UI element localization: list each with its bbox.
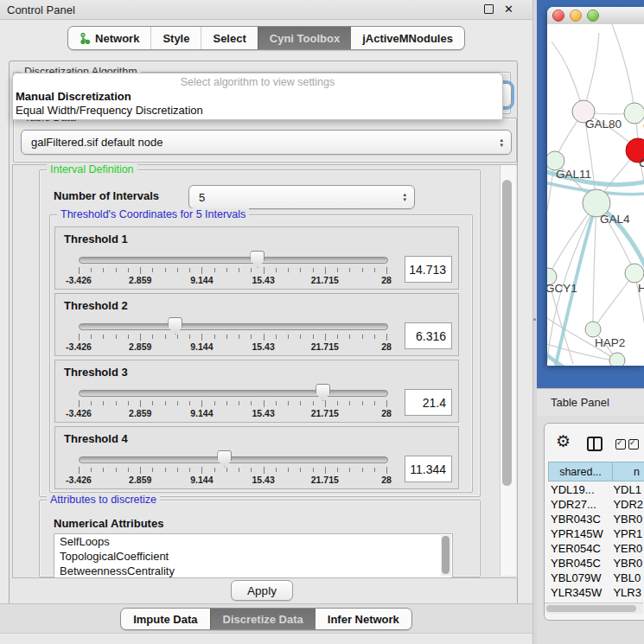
settings-scrollbar-thumb[interactable] <box>502 180 512 486</box>
column-header-shared-name[interactable]: shared... <box>548 462 613 481</box>
network-node[interactable] <box>585 322 601 337</box>
tick-mark <box>91 468 92 472</box>
zoom-traffic-light-icon[interactable] <box>587 10 599 22</box>
cell-name: YLR3 <box>609 586 644 599</box>
table-hscrollbar[interactable] <box>545 603 643 614</box>
slider-thumb[interactable] <box>316 384 330 401</box>
cell-name: YER0 <box>609 542 644 555</box>
tick-mark <box>276 468 277 472</box>
tick-mark <box>177 468 178 472</box>
tab-discretize-data[interactable]: Discretize Data <box>210 609 316 629</box>
thresholds-group-label: Threshold's Coordinates for 5 Intervals <box>57 208 249 220</box>
float-window-icon[interactable] <box>484 4 494 14</box>
table-row[interactable]: YPR145WYPR1 <box>548 526 644 541</box>
tick-mark <box>386 467 387 474</box>
column-header-name[interactable]: n <box>613 462 644 481</box>
tab-infer-network[interactable]: Infer Network <box>316 609 411 629</box>
tick-mark <box>239 468 239 472</box>
tick-mark <box>116 401 117 405</box>
slider-track[interactable] <box>79 390 388 397</box>
tick-mark <box>79 400 80 407</box>
network-node-label: HAP2 <box>595 336 625 349</box>
table-row[interactable]: YER054CYER0 <box>548 541 644 556</box>
splitter-handle[interactable] <box>533 318 536 321</box>
table-row[interactable]: YBR043CYBR0 <box>548 512 644 526</box>
network-node-label: H <box>638 282 644 295</box>
tab-style[interactable]: Style <box>150 27 201 49</box>
tick-label: 21.715 <box>311 275 339 285</box>
tick-mark <box>165 268 166 272</box>
tick-mark <box>264 267 265 274</box>
slider-tick-row <box>79 400 386 408</box>
network-window[interactable]: GAL80GACGAL11GAL4GCY1HHAP2 <box>547 7 644 366</box>
threshold-value-input[interactable]: 6.316 <box>405 322 452 349</box>
tab-select[interactable]: Select <box>201 27 257 49</box>
network-edge[interactable] <box>583 33 599 112</box>
network-node[interactable] <box>609 353 625 366</box>
attribute-list-item[interactable]: BetweennessCentrality <box>54 564 452 578</box>
slider-track[interactable] <box>79 456 388 463</box>
slider-thumb[interactable] <box>168 317 182 335</box>
network-edge[interactable] <box>612 24 634 113</box>
columns-icon[interactable] <box>587 437 603 451</box>
numerical-attributes-list[interactable]: SelfLoopsTopologicalCoefficientBetweenne… <box>54 533 453 578</box>
threshold-value-input[interactable]: 14.713 <box>405 256 452 283</box>
attribute-list-item[interactable]: SelfLoops <box>54 534 452 549</box>
table-row[interactable]: YBR045CYBR0 <box>548 556 644 571</box>
slider-thumb[interactable] <box>217 450 232 468</box>
network-graph[interactable]: GAL80GACGAL11GAL4GCY1HHAP2 <box>547 24 644 366</box>
tick-mark <box>152 401 153 405</box>
network-node[interactable] <box>624 103 644 124</box>
tick-mark <box>152 468 153 472</box>
tab-cyni-toolbox[interactable]: Cyni Toolbox <box>258 27 351 49</box>
checkbox-icon[interactable] <box>628 439 639 450</box>
table-row[interactable]: YBL079WYBL0 <box>548 571 644 585</box>
tick-label: 2.859 <box>129 275 151 285</box>
table-hscrollbar-thumb[interactable] <box>546 605 636 612</box>
slider-track[interactable] <box>79 257 388 264</box>
tick-mark <box>103 401 104 405</box>
gear-icon[interactable]: ⚙ <box>556 433 571 450</box>
table-row[interactable]: YDR27...YDR2 <box>548 497 644 512</box>
number-of-intervals-combobox[interactable]: 5 ▴▾ <box>188 185 415 209</box>
tick-mark <box>103 335 104 339</box>
algorithm-option-equal-width[interactable]: Equal Width/Frequency Discretization <box>16 104 203 117</box>
close-icon[interactable]: ✕ <box>504 3 513 15</box>
application-window: Control Panel ✕ Network Style Select Cyn… <box>0 0 644 644</box>
tab-jactivemnodules[interactable]: jActiveMNodules <box>351 27 464 49</box>
network-node[interactable] <box>625 264 644 283</box>
threshold-value-input[interactable]: 21.4 <box>405 389 452 416</box>
slider-tick-row <box>79 334 386 341</box>
threshold-value-input[interactable]: 11.344 <box>405 456 452 482</box>
attributes-scrollbar-thumb[interactable] <box>442 536 450 574</box>
tab-impute-data[interactable]: Impute Data <box>121 609 209 629</box>
minimize-traffic-light-icon[interactable] <box>570 10 582 22</box>
checkbox-icon[interactable] <box>615 439 626 450</box>
slider-track[interactable] <box>79 323 388 330</box>
network-window-titlebar[interactable] <box>547 7 644 25</box>
tick-mark <box>239 335 239 339</box>
network-edge[interactable] <box>593 203 596 329</box>
table-row[interactable]: YLR345WYLR3 <box>548 585 644 600</box>
number-of-intervals-value: 5 <box>199 191 205 204</box>
apply-button[interactable]: Apply <box>231 580 293 601</box>
tick-mark <box>374 268 375 272</box>
network-icon <box>80 33 91 44</box>
tick-mark <box>251 468 252 472</box>
tick-mark <box>91 335 92 339</box>
table-row[interactable]: YDL19...YDL1 <box>548 482 644 497</box>
slider-thumb[interactable] <box>250 251 265 268</box>
slider-tick-row <box>79 467 386 475</box>
network-edge[interactable] <box>593 273 634 329</box>
tick-label: 2.859 <box>129 341 151 352</box>
attribute-list-item[interactable]: TopologicalCoefficient <box>54 549 452 564</box>
tab-network[interactable]: Network <box>68 27 150 49</box>
number-of-intervals-label: Number of Intervals <box>54 189 159 202</box>
algorithm-option-manual[interactable]: Manual Discretization <box>16 90 131 103</box>
attributes-scrollbar[interactable] <box>441 535 451 576</box>
cell-shared-name: YBL079W <box>548 571 609 584</box>
table-data-combobox[interactable]: galFiltered.sif default node ▴▾ <box>21 130 512 155</box>
network-canvas[interactable]: GAL80GACGAL11GAL4GCY1HHAP2 <box>547 24 644 366</box>
close-traffic-light-icon[interactable] <box>552 10 564 22</box>
tick-mark <box>337 268 338 272</box>
